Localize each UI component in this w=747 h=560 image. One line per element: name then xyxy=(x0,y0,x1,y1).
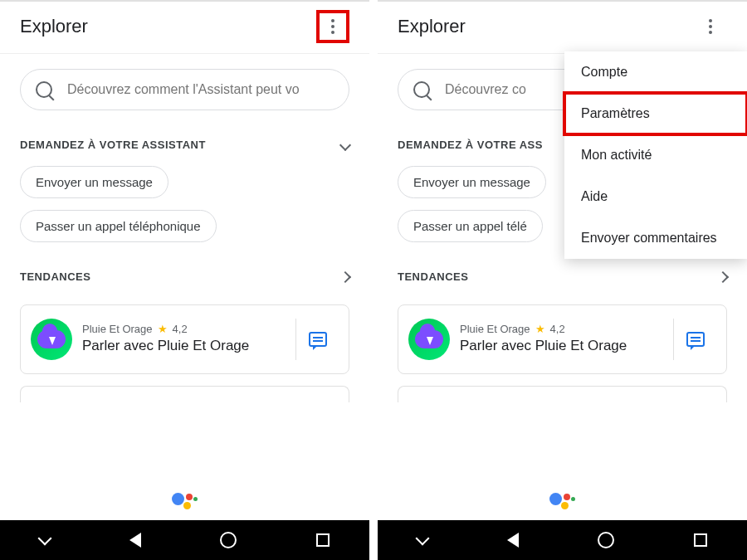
trends-label: TENDANCES xyxy=(20,270,90,283)
phone-right: Explorer DEMANDEZ À VOTRE ASS Envoyer un… xyxy=(378,0,747,560)
assistant-logo-row xyxy=(0,490,369,512)
overflow-menu: Compte Paramètres Mon activité Aide Envo… xyxy=(564,51,747,259)
star-icon: ★ xyxy=(158,323,168,335)
search-icon xyxy=(36,81,52,98)
overflow-menu-button[interactable] xyxy=(316,10,349,43)
android-nav-bar xyxy=(378,520,747,560)
menu-item-send-feedback[interactable]: Envoyer commentaires xyxy=(564,217,747,259)
trend-title: Parler avec Pluie Et Orage xyxy=(82,337,286,355)
trend-card[interactable]: Pluie Et Orage ★ 4,2 Parler avec Pluie E… xyxy=(20,304,349,374)
ask-assistant-section-header[interactable]: DEMANDEZ À VOTRE ASSISTANT xyxy=(0,115,369,161)
nav-expand-icon[interactable] xyxy=(37,532,51,546)
chat-icon xyxy=(686,332,705,347)
chip-phone-call[interactable]: Passer un appel télé xyxy=(398,210,543,242)
menu-item-account[interactable]: Compte xyxy=(564,51,747,93)
trends-label: TENDANCES xyxy=(398,270,468,283)
nav-home-button[interactable] xyxy=(598,532,614,548)
nav-expand-icon[interactable] xyxy=(415,532,429,546)
chevron-down-icon xyxy=(339,139,351,150)
chevron-right-icon xyxy=(339,270,351,282)
nav-back-button[interactable] xyxy=(129,533,141,548)
chip-send-message[interactable]: Envoyer un message xyxy=(20,166,168,198)
suggestion-chips: Envoyer un message Passer un appel télép… xyxy=(0,161,369,247)
overflow-menu-button[interactable] xyxy=(694,10,727,43)
more-vert-icon xyxy=(331,19,334,34)
search-icon xyxy=(413,81,430,98)
android-nav-bar xyxy=(0,520,369,560)
trend-meta: Pluie Et Orage ★ 4,2 xyxy=(460,323,663,335)
trend-provider: Pluie Et Orage xyxy=(460,323,530,335)
nav-recent-button[interactable] xyxy=(316,533,330,547)
trend-body: Pluie Et Orage ★ 4,2 Parler avec Pluie E… xyxy=(460,323,663,355)
next-card-peek xyxy=(398,386,727,402)
trend-rating: 4,2 xyxy=(173,323,188,335)
trend-title: Parler avec Pluie Et Orage xyxy=(460,337,663,355)
page-title: Explorer xyxy=(20,16,88,37)
search-container xyxy=(0,54,369,115)
trend-body: Pluie Et Orage ★ 4,2 Parler avec Pluie E… xyxy=(82,323,286,355)
nav-recent-button[interactable] xyxy=(694,533,707,547)
trend-card[interactable]: Pluie Et Orage ★ 4,2 Parler avec Pluie E… xyxy=(398,304,727,374)
trend-meta: Pluie Et Orage ★ 4,2 xyxy=(82,323,286,335)
chat-action[interactable] xyxy=(673,319,716,360)
ask-assistant-label: DEMANDEZ À VOTRE ASSISTANT xyxy=(20,139,206,151)
trends-section-header[interactable]: TENDANCES xyxy=(0,247,369,293)
app-header: Explorer xyxy=(0,2,369,54)
search-field[interactable] xyxy=(20,69,349,110)
chip-send-message[interactable]: Envoyer un message xyxy=(398,166,546,198)
trend-rating: 4,2 xyxy=(550,323,565,335)
trend-provider: Pluie Et Orage xyxy=(82,323,153,335)
assistant-logo-row xyxy=(378,490,747,512)
weather-app-icon xyxy=(31,319,72,360)
phone-left: Explorer DEMANDEZ À VOTRE ASSISTANT Envo… xyxy=(0,0,369,560)
google-assistant-icon[interactable] xyxy=(172,491,198,511)
google-assistant-icon[interactable] xyxy=(549,491,576,511)
menu-item-settings[interactable]: Paramètres xyxy=(564,93,747,134)
chevron-right-icon xyxy=(717,270,729,282)
page-title: Explorer xyxy=(398,16,466,37)
weather-app-icon xyxy=(408,319,450,360)
nav-back-button[interactable] xyxy=(507,533,519,548)
chip-phone-call[interactable]: Passer un appel téléphonique xyxy=(20,210,217,242)
menu-item-help[interactable]: Aide xyxy=(564,176,747,217)
chat-action[interactable] xyxy=(295,319,339,360)
ask-assistant-label: DEMANDEZ À VOTRE ASS xyxy=(398,139,543,151)
chat-icon xyxy=(309,332,327,347)
nav-home-button[interactable] xyxy=(220,532,237,548)
app-header: Explorer xyxy=(378,2,747,54)
menu-item-my-activity[interactable]: Mon activité xyxy=(564,134,747,176)
next-card-peek xyxy=(20,386,349,402)
search-input[interactable] xyxy=(67,82,334,97)
more-vert-icon xyxy=(709,19,712,34)
star-icon: ★ xyxy=(535,323,545,335)
